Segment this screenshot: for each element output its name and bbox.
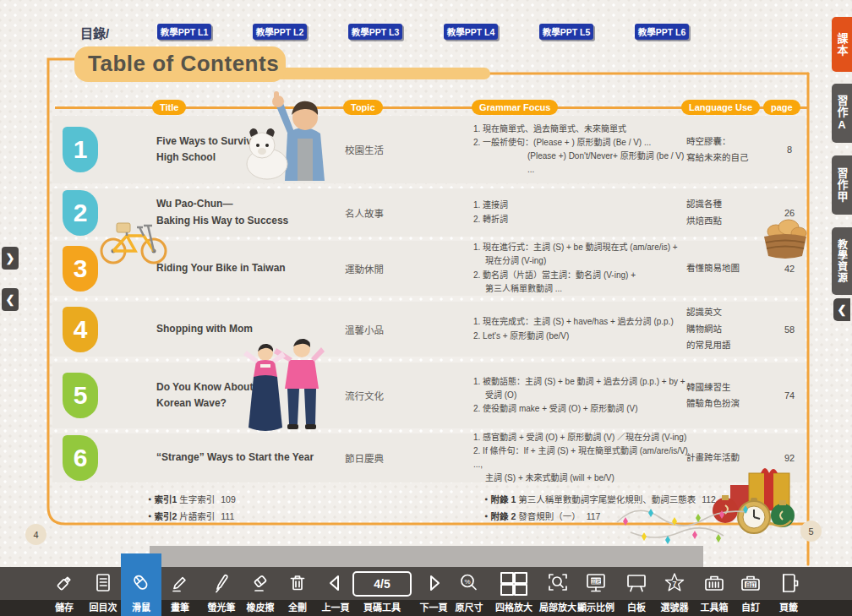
four-grid-icon <box>499 570 529 597</box>
toolbar-back-to-toc-button[interactable]: 回目次 <box>84 567 123 616</box>
toolbar-region-zoom-button[interactable]: 局部放大 <box>538 567 577 616</box>
tab-workbook-jia[interactable]: 習作甲 <box>832 155 852 215</box>
toolbar-label: 原尺寸 <box>456 600 483 613</box>
unit-grammar: 1. 感官動詞 + 受詞 (O) + 原形動詞 (V) ／現在分詞 (V-ing… <box>473 433 689 482</box>
ppt-button-l6[interactable]: 教學PPT L6 <box>635 24 689 40</box>
thumbnail-strip <box>150 546 703 567</box>
svg-text:自訂: 自訂 <box>746 581 756 588</box>
index-entry-1: ・索引1 生字索引109 <box>145 493 236 505</box>
tab-workbook-a[interactable]: 習作A <box>832 84 852 143</box>
region-zoom-icon <box>545 570 571 596</box>
panel-collapse-button[interactable]: ❮ <box>2 288 19 311</box>
toolbar-page-number-tool[interactable]: 4/5 頁碼工具 <box>350 567 414 616</box>
page-indicator[interactable]: 4/5 <box>352 571 412 597</box>
zoom-percent-icon: % <box>456 570 482 596</box>
book-page-number-left: 4 <box>25 524 46 545</box>
toolbar-label: 四格放大 <box>495 600 532 613</box>
toolbar-toolbox-button[interactable]: 工具箱 <box>695 567 734 616</box>
toolbar-eraser-button[interactable]: 橡皮擦 <box>241 567 280 616</box>
toolbar-label: 下一頁 <box>420 600 448 613</box>
toolbar-four-grid-zoom-button[interactable]: 四格放大 <box>490 567 538 616</box>
unit-topic: 校園生活 <box>345 116 404 183</box>
column-header-title: Title <box>152 100 186 115</box>
svg-text:固定: 固定 <box>591 578 601 585</box>
toolbar-whiteboard-button[interactable]: 白板 <box>617 567 656 616</box>
toc-breadcrumb: 目錄/ <box>80 24 109 41</box>
toolbar-page-tabs-button[interactable]: 頁籤 <box>769 567 808 616</box>
unit-grammar: 1. 現在完成式：主詞 (S) + have/has + 過去分詞 (p.p.)… <box>473 302 689 357</box>
ppt-button-l1[interactable]: 教學PPT L1 <box>157 24 211 40</box>
toc-list-icon <box>90 570 116 596</box>
unit-language-use: 韓國練習生體驗角色扮演 <box>686 363 775 428</box>
photo-string-lights <box>614 493 766 546</box>
unit-number-badge: 1 <box>63 127 98 172</box>
page-tab-icon <box>776 570 801 596</box>
unit-grammar: 1. 現在簡單式、過去簡單式、未來簡單式2. 一般祈使句：(Please + )… <box>473 116 689 183</box>
ppt-button-l4[interactable]: 教學PPT L4 <box>444 24 498 40</box>
toolbar-label: 滑鼠 <box>132 600 150 613</box>
unit-grammar: 1. 現在進行式：主詞 (S) + be 動詞現在式 (am/are/is) +… <box>473 241 689 296</box>
unit-grammar: 1. 連接詞2. 轉折詞 <box>473 188 689 237</box>
toolbar-label: 上一頁 <box>322 600 350 613</box>
photo-student-with-dog <box>238 90 331 181</box>
tab-teaching-resources[interactable]: 教學資源 <box>832 227 852 295</box>
svg-text:%: % <box>464 578 470 586</box>
toc-row-unit4[interactable]: 4 Shopping with Mom 溫馨小品 1. 現在完成式：主詞 (S)… <box>52 302 806 357</box>
toolbar-label: 全刪 <box>288 600 307 613</box>
monitor-fixed-icon: 固定 <box>583 570 609 596</box>
toolbar-number-picker-button[interactable]: 7 選號器 <box>655 567 694 616</box>
toc-row-unit6[interactable]: 6 “Strange” Ways to Start the Year 節日慶典 … <box>52 433 806 482</box>
unit-number-badge: 5 <box>63 373 98 418</box>
trash-icon <box>285 570 310 596</box>
toolbar-label: 選號器 <box>661 600 689 613</box>
column-header-topic: Topic <box>343 100 383 115</box>
star-number-icon: 7 <box>662 570 687 596</box>
page-title: Table of Contents <box>88 51 279 77</box>
toolbar-mouse-button[interactable]: 滑鼠 <box>122 567 161 616</box>
toolbar-save-button[interactable]: 儲存 <box>45 567 84 616</box>
tab-textbook[interactable]: 課本 <box>832 17 852 72</box>
unit-grammar: 1. 被動語態：主詞 (S) + be 動詞 + 過去分詞 (p.p.) + b… <box>473 363 689 428</box>
photo-yellow-bike <box>95 213 171 265</box>
toc-row-unit1[interactable]: 1 Five Ways to SurviveHigh School 校園生活 1… <box>52 116 806 183</box>
pencil-icon <box>167 570 193 596</box>
unit-page-number: 58 <box>773 302 806 357</box>
unit-number-badge: 3 <box>63 246 98 292</box>
toolbar-label: 頁籤 <box>779 600 798 613</box>
toolbar-original-size-button[interactable]: % 原尺寸 <box>450 567 489 616</box>
previous-triangle-icon <box>323 570 348 596</box>
toc-row-unit5[interactable]: 5 Do You Know About theKorean Wave? 流行文化… <box>52 363 806 428</box>
title-highlight-tail <box>254 68 490 79</box>
unit-topic: 溫馨小品 <box>345 302 404 357</box>
toolbar-highlighter-button[interactable]: 螢光筆 <box>202 567 241 616</box>
ppt-button-l2[interactable]: 教學PPT L2 <box>253 24 307 40</box>
toolbar-delete-all-button[interactable]: 全刪 <box>278 567 317 616</box>
whiteboard-icon <box>624 570 649 596</box>
toolbar-label: 橡皮擦 <box>247 600 275 613</box>
unit-title: Wu Pao-Chun—Baking His Way to Success <box>156 188 317 237</box>
toolbar-label: 頁碼工具 <box>363 600 401 613</box>
toolbar-label: 局部放大 <box>539 600 576 613</box>
photo-hanbok-couple <box>240 336 326 433</box>
toolbar-pen-button[interactable]: 畫筆 <box>161 567 199 616</box>
toolbar-label: 螢光筆 <box>208 600 236 613</box>
eraser-icon <box>248 570 273 596</box>
toolbar-label: 工具箱 <box>701 600 729 613</box>
panel-expand-button[interactable]: ❯ <box>2 247 19 270</box>
toolbar-label: 白板 <box>627 600 646 613</box>
unit-number-badge: 4 <box>63 307 98 352</box>
unit-number-badge: 2 <box>63 190 98 236</box>
appendix-entry-2: ・附錄 2 發音規則（一）117 <box>482 510 600 522</box>
unit-language-use: 時空膠囊：寫給未來的自己 <box>686 116 775 183</box>
unit-title: “Strange” Ways to Start the Year <box>156 433 317 482</box>
sidebar-collapse-button[interactable]: ❮ <box>833 298 850 321</box>
ppt-button-l5[interactable]: 教學PPT L5 <box>539 24 593 40</box>
toolbar-custom-button[interactable]: 自訂 自訂 <box>731 567 770 616</box>
unit-topic: 節日慶典 <box>345 433 404 482</box>
toolbar-next-page-button[interactable]: 下一頁 <box>414 567 453 616</box>
ppt-button-l3[interactable]: 教學PPT L3 <box>348 24 402 40</box>
column-header-grammar: Grammar Focus <box>472 100 558 115</box>
highlighter-icon <box>209 570 234 596</box>
unit-page-number: 8 <box>773 116 806 183</box>
toolbar-display-ratio-button[interactable]: 固定 顯示比例 <box>576 567 615 616</box>
